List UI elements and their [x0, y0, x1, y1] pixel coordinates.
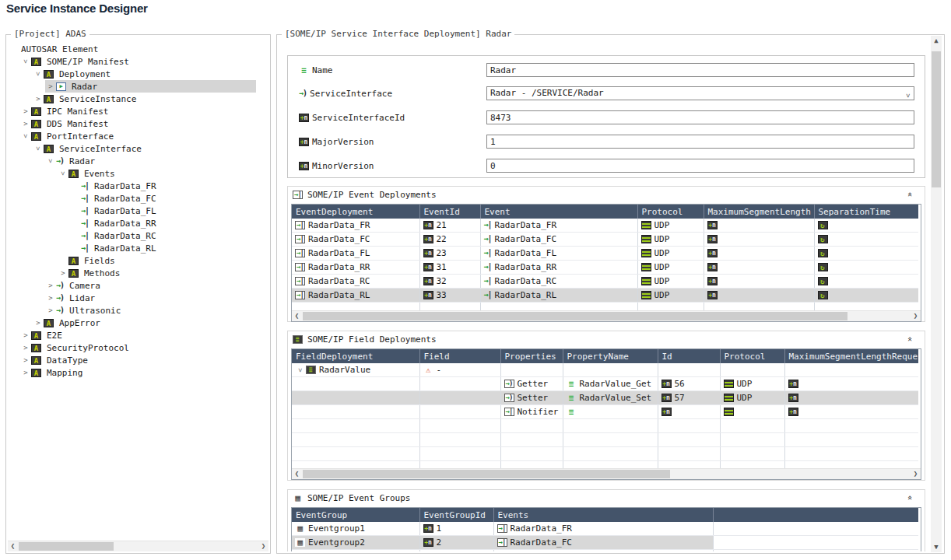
tree-item-datatype[interactable]: >ADataType	[8, 354, 256, 366]
scrollbar-thumb[interactable]	[19, 542, 114, 551]
cell-text: RadarData_RL	[495, 290, 556, 300]
collapse-chevron-icon[interactable]: >	[20, 56, 31, 67]
expand-chevron-icon[interactable]: >	[58, 268, 68, 278]
name-input[interactable]	[486, 63, 914, 77]
column-header-eventid[interactable]: EventId	[419, 205, 480, 219]
collapse-chevron-icon[interactable]: >	[45, 156, 56, 166]
tree-item-apperror[interactable]: >AAppError	[8, 317, 256, 329]
column-header-maximumsegmentlength[interactable]: MaximumSegmentLength	[704, 205, 814, 219]
tree-item-radardata-rr[interactable]: →|RadarData_RR	[8, 217, 256, 229]
scrollbar-thumb[interactable]	[303, 470, 670, 478]
scrollbar-thumb[interactable]	[932, 51, 941, 187]
tree-item-serviceinterface[interactable]: >AServiceInterface	[8, 142, 256, 155]
tree-item-radardata-fr[interactable]: →|RadarData_FR	[8, 180, 256, 192]
expand-chevron-icon[interactable]: >	[45, 280, 56, 291]
collapse-chevron-icon[interactable]: >	[33, 68, 44, 79]
column-header-properties[interactable]: Properties	[500, 349, 563, 363]
scroll-right-arrow[interactable]: ❯	[911, 469, 921, 479]
scroll-left-arrow[interactable]: ❮	[8, 541, 18, 551]
column-header-eventgroup[interactable]: EventGroup	[292, 508, 419, 522]
collapse-section-button[interactable]: «	[905, 190, 914, 199]
collapse-section-button[interactable]: «	[905, 493, 914, 502]
tree-item-radardata-rl[interactable]: →|RadarData_RL	[8, 242, 256, 254]
column-header-id[interactable]: Id	[658, 349, 720, 363]
tree-item-radar[interactable]: >→)Radar	[8, 155, 256, 167]
tree-item-securityprotocol[interactable]: >ASecurityProtocol	[8, 341, 256, 354]
table-row-setter[interactable]: →)Setter≡RadarValue_Set+n57UDP+n	[292, 391, 918, 405]
tree-item-camera[interactable]: >→)Camera	[8, 279, 256, 292]
serviceinterface-combobox[interactable]: Radar - /SERVICE/Radar>	[486, 86, 914, 100]
table-row-radarvalue[interactable]: >≣RadarValue⚠-	[292, 363, 918, 377]
table-row-radardata-fl[interactable]: →|RadarData_FL+n23→|RadarData_FLUDP+n↻	[292, 247, 918, 261]
collapse-chevron-icon[interactable]: >	[295, 365, 306, 376]
column-header-protocol[interactable]: Protocol	[637, 205, 704, 219]
table-row-radardata-fr[interactable]: →|RadarData_FR+n21→|RadarData_FRUDP+n↻	[292, 219, 918, 233]
scroll-left-arrow[interactable]: ❮	[292, 311, 302, 321]
tree-item-ultrasonic[interactable]: >→)Ultrasonic	[8, 304, 256, 317]
column-header-events[interactable]: Events	[493, 508, 713, 522]
scroll-right-arrow[interactable]: ❯	[258, 541, 268, 551]
tree-item-portinterface[interactable]: >APortInterface	[8, 130, 256, 142]
column-header-propertyname[interactable]: PropertyName	[563, 349, 658, 363]
table-row-notifier[interactable]: →|Notifier≡+n+n	[292, 405, 918, 419]
column-header-field[interactable]: Field	[419, 349, 500, 363]
column-header-eventgroupid[interactable]: EventGroupId	[419, 508, 493, 522]
minorversion-input[interactable]	[486, 159, 914, 173]
table-row-radardata-rr[interactable]: →|RadarData_RR+n31→|RadarData_RRUDP+n↻	[292, 261, 918, 275]
scroll-down-arrow[interactable]: ▼	[931, 542, 942, 552]
number-icon: +n	[788, 408, 798, 416]
expand-chevron-icon[interactable]: >	[20, 330, 31, 341]
majorversion-input[interactable]	[486, 135, 914, 149]
tree-item-some-ip-manifest[interactable]: >ASOME/IP Manifest	[8, 55, 256, 68]
column-header-protocol[interactable]: Protocol	[720, 349, 784, 363]
collapse-chevron-icon[interactable]: >	[33, 143, 44, 154]
scroll-left-arrow[interactable]: ❮	[292, 469, 302, 479]
expand-chevron-icon[interactable]: >	[20, 342, 31, 353]
autosar-package-icon: A	[31, 331, 41, 340]
tree-item-lidar[interactable]: >→)Lidar	[8, 292, 256, 304]
table-row-eventgroup1[interactable]: ▦Eventgroup1+n1→|RadarData_FR	[292, 522, 918, 536]
tree-item-deployment[interactable]: >ADeployment	[8, 68, 256, 80]
expand-chevron-icon[interactable]: >	[45, 81, 56, 92]
expand-chevron-icon[interactable]: >	[45, 305, 56, 316]
column-header-maximumsegmentlengthrequest[interactable]: MaximumSegmentLengthRequest	[784, 349, 918, 363]
tree-item-events[interactable]: >AEvents	[8, 167, 256, 180]
column-header-event[interactable]: Event	[480, 205, 637, 219]
tree-item-radardata-fl[interactable]: →|RadarData_FL	[8, 205, 256, 217]
tree-item-radardata-rc[interactable]: →|RadarData_RC	[8, 229, 256, 242]
tree-item-fields[interactable]: AFields	[8, 254, 256, 267]
table-row-getter[interactable]: →)Getter≡RadarValue_Get+n56UDP+n	[292, 377, 918, 391]
column-header-separationtime[interactable]: SeparationTime	[814, 205, 918, 219]
expand-chevron-icon[interactable]: >	[20, 106, 31, 117]
column-header-blank[interactable]	[713, 508, 918, 522]
tree-item-autosar-element[interactable]: AUTOSAR Element	[8, 43, 256, 55]
column-header-eventdeployment[interactable]: EventDeployment	[292, 205, 419, 219]
tree-item-dds-manifest[interactable]: >ADDS Manifest	[8, 117, 256, 130]
collapse-chevron-icon[interactable]: >	[58, 168, 68, 179]
field-label: +nServiceInterfaceId	[299, 113, 405, 123]
collapse-section-button[interactable]: «	[905, 334, 914, 344]
expand-chevron-icon[interactable]: >	[45, 292, 56, 303]
expand-chevron-icon[interactable]: >	[33, 93, 44, 104]
expand-chevron-icon[interactable]: >	[33, 317, 44, 328]
table-row-radardata-rc[interactable]: →|RadarData_RC+n32→|RadarData_RCUDP+n↻	[292, 275, 918, 289]
tree-item-mapping[interactable]: >AMapping	[8, 366, 256, 379]
tree-item-ipc-manifest[interactable]: >AIPC Manifest	[8, 105, 256, 117]
tree-item-methods[interactable]: >AMethods	[8, 267, 256, 279]
tree-item-radardata-fc[interactable]: →|RadarData_FC	[8, 192, 256, 205]
table-row-radardata-fc[interactable]: →|RadarData_FC+n22→|RadarData_FCUDP+n↻	[292, 233, 918, 247]
serviceinterfaceid-input[interactable]	[486, 110, 914, 124]
scroll-up-arrow[interactable]: ▲	[931, 36, 942, 46]
table-row-eventgroup2[interactable]: ▦Eventgroup2+n2→|RadarData_FC	[292, 536, 918, 550]
tree-item-e2e[interactable]: >AE2E	[8, 329, 256, 341]
scrollbar-thumb[interactable]	[303, 312, 847, 320]
collapse-chevron-icon[interactable]: >	[20, 131, 31, 142]
expand-chevron-icon[interactable]: >	[20, 367, 31, 378]
scroll-right-arrow[interactable]: ❯	[911, 311, 921, 321]
table-row-radardata-rl[interactable]: →|RadarData_RL+n33→|RadarData_RLUDP+n↻	[292, 289, 918, 303]
column-header-fielddeployment[interactable]: FieldDeployment	[292, 349, 419, 363]
tree-item-serviceinstance[interactable]: >AServiceInstance	[8, 93, 256, 105]
expand-chevron-icon[interactable]: >	[20, 118, 31, 129]
expand-chevron-icon[interactable]: >	[20, 355, 31, 366]
tree-item-radar[interactable]: >▶Radar	[8, 80, 256, 93]
